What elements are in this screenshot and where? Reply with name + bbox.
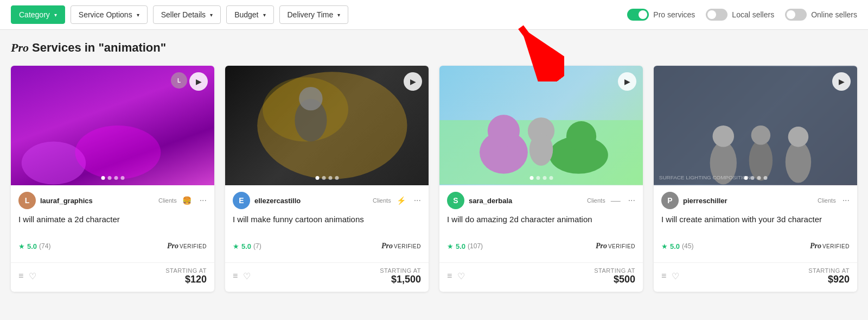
card-4-heart-icon[interactable]: ♡ <box>672 271 679 281</box>
dot-1 <box>744 176 748 180</box>
card-2-price-section: STARTING AT $1,500 <box>380 267 421 285</box>
card-4-more-button[interactable]: ··· <box>843 196 850 205</box>
local-sellers-toggle[interactable] <box>706 9 727 21</box>
card-3-seller-row: S sara_derbala Clients — ··· <box>447 192 635 209</box>
card-4-review-count: (45) <box>682 242 693 250</box>
budget-label: Budget <box>234 10 258 19</box>
dot-3 <box>757 176 761 180</box>
card-2-play-button[interactable]: ▶ <box>404 72 422 91</box>
card-4-rating-row: ★ 5.0 (45) Pro VERIFIED <box>661 242 850 250</box>
play-icon-4: ▶ <box>839 77 845 86</box>
card-2-thumbnail[interactable]: ▶ <box>225 66 429 185</box>
filter-bar: Category ▾ Service Options ▾ Seller Deta… <box>0 0 868 30</box>
card-4-price: $920 <box>808 274 850 285</box>
dot-2 <box>750 176 754 180</box>
card-3-more-button[interactable]: ··· <box>628 196 635 205</box>
pro-services-label: Pro services <box>653 10 695 19</box>
dot-3 <box>328 176 332 180</box>
card-4-thumbnail[interactable]: SURFACE LIGHTING COMPOSITION ▶ <box>654 66 857 185</box>
card-4-avatar: P <box>661 192 679 209</box>
card-1-heart-icon[interactable]: ♡ <box>29 271 36 281</box>
svg-point-19 <box>749 140 773 181</box>
delivery-time-filter[interactable]: Delivery Time ▾ <box>279 5 349 24</box>
card-3-price: $500 <box>594 274 635 285</box>
card-1-starting-at: STARTING AT <box>165 267 207 274</box>
card-3-seller-name[interactable]: sara_derbala <box>469 197 512 205</box>
card-1-play-button[interactable]: ▶ <box>189 72 208 91</box>
svg-line-1 <box>521 27 553 71</box>
card-2-heart-icon[interactable]: ♡ <box>243 271 251 281</box>
card-1-avatar-overlay: L <box>171 72 187 89</box>
card-4-price-section: STARTING AT $920 <box>808 267 850 285</box>
pro-services-toggle[interactable] <box>627 9 649 21</box>
card-1-seller-name[interactable]: lauraf_graphics <box>40 197 93 205</box>
dot-1 <box>529 176 533 180</box>
card-1-price: $120 <box>165 274 207 285</box>
dot-4 <box>549 176 553 180</box>
card-3-thumbnail[interactable]: ▶ <box>439 66 643 185</box>
card-2-seller-name[interactable]: ellezercastillo <box>254 197 301 205</box>
card-2-starting-at: STARTING AT <box>380 267 421 274</box>
online-sellers-toggle-item: Online sellers <box>785 9 857 21</box>
card-4-dots <box>744 176 767 180</box>
card-4-footer: ≡ ♡ STARTING AT $920 <box>654 262 857 292</box>
service-options-chevron-icon: ▾ <box>137 12 139 18</box>
svg-point-13 <box>566 121 596 151</box>
card-1-thumbnail[interactable]: L ▶ <box>11 66 214 185</box>
card-1-rating-score: 5.0 <box>27 242 37 250</box>
seller-details-filter[interactable]: Seller Details ▾ <box>153 5 221 24</box>
card-3-rating-score: 5.0 <box>456 242 465 250</box>
card-4-list-icon[interactable]: ≡ <box>661 271 666 281</box>
card-3-list-icon[interactable]: ≡ <box>447 271 452 281</box>
budget-filter[interactable]: Budget ▾ <box>226 5 273 24</box>
dot-3 <box>114 176 118 180</box>
card-1-review-count: (74) <box>39 242 50 250</box>
card-3-badge: — <box>610 194 622 206</box>
dot-4 <box>335 176 339 180</box>
card-1-list-icon[interactable]: ≡ <box>18 271 23 281</box>
card-2-body: E ellezercastillo Clients ⚡ ··· I will m… <box>225 185 429 262</box>
category-chevron-icon: ▾ <box>54 12 57 18</box>
dot-4 <box>120 176 124 180</box>
card-4-pro-text: Pro <box>810 242 821 250</box>
seller-details-label: Seller Details <box>161 10 206 19</box>
page-content: Pro Services in "animation" L <box>0 30 868 297</box>
card-3-heart-icon[interactable]: ♡ <box>457 271 465 281</box>
card-3-play-button[interactable]: ▶ <box>618 72 636 91</box>
card-1-footer-icons: ≡ ♡ <box>18 271 36 281</box>
card-4-footer-icons: ≡ ♡ <box>661 271 679 281</box>
local-sellers-knob <box>707 10 716 19</box>
card-2-review-count: (7) <box>253 242 261 250</box>
card-3-clients-label: Clients <box>587 197 605 204</box>
card-4-pro-verified: Pro VERIFIED <box>810 242 850 250</box>
card-3-price-section: STARTING AT $500 <box>594 267 635 285</box>
card-4-starting-at: STARTING AT <box>808 267 850 274</box>
card-4-star-icon: ★ <box>661 242 668 250</box>
card-2-badge: ⚡ <box>395 194 407 206</box>
card-1-avatar: L <box>18 192 36 209</box>
online-sellers-toggle[interactable] <box>785 9 807 21</box>
play-icon-3: ▶ <box>624 77 630 86</box>
card-2-list-icon[interactable]: ≡ <box>233 271 238 281</box>
card-4-title: I will create animation with your 3d cha… <box>661 214 850 236</box>
card-4: SURFACE LIGHTING COMPOSITION ▶ <box>654 66 857 292</box>
category-filter[interactable]: Category ▾ <box>11 5 65 24</box>
svg-text:SURFACE LIGHTING COMPOSITION: SURFACE LIGHTING COMPOSITION <box>659 174 751 180</box>
card-1-pro-verified: Pro VERIFIED <box>167 242 207 250</box>
card-4-seller-row: P pierreschiller Clients ··· <box>661 192 850 209</box>
pro-title: Pro <box>11 41 29 54</box>
card-2-pro-verified: Pro VERIFIED <box>381 242 421 250</box>
pro-services-knob <box>639 10 647 19</box>
card-4-seller-name[interactable]: pierreschiller <box>683 197 727 205</box>
online-sellers-label: Online sellers <box>811 10 857 19</box>
card-2-more-button[interactable]: ··· <box>414 196 421 205</box>
card-1-more-button[interactable]: ··· <box>200 196 207 205</box>
card-1-seller-row: L lauraf_graphics Clients 🍔 ··· <box>18 192 207 209</box>
card-1-price-section: STARTING AT $120 <box>165 267 207 285</box>
card-2-pro-text: Pro <box>381 242 393 250</box>
card-4-play-button[interactable]: ▶ <box>832 72 851 91</box>
card-2-seller-row: E ellezercastillo Clients ⚡ ··· <box>233 192 421 209</box>
card-1-body: L lauraf_graphics Clients 🍔 ··· I will a… <box>11 185 214 262</box>
dot-2 <box>536 176 540 180</box>
service-options-filter[interactable]: Service Options ▾ <box>71 5 148 24</box>
